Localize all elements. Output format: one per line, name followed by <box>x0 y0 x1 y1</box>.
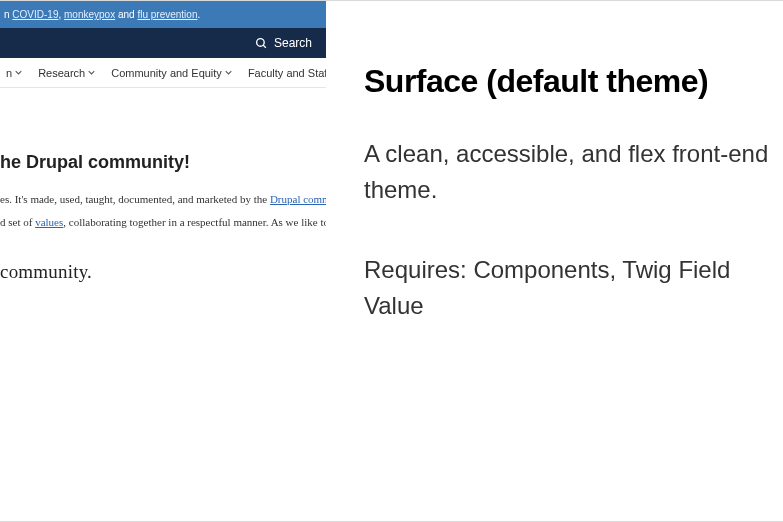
search-icon <box>255 37 268 50</box>
paragraph-2: d set of values, collaborating together … <box>0 214 320 231</box>
chevron-down-icon <box>15 69 22 76</box>
svg-point-0 <box>257 38 265 46</box>
theme-screenshot: n COVID-19, monkeypox and flu prevention… <box>0 1 326 521</box>
nav-item-0[interactable]: n <box>6 67 22 79</box>
p2-b: , collaborating together in a respectful… <box>63 216 326 228</box>
nav-label: Research <box>38 67 85 79</box>
search-label: Search <box>274 36 312 50</box>
p2-a: d set of <box>0 216 35 228</box>
nav-label: Faculty and Staff <box>248 67 326 79</box>
nested-page: n COVID-19, monkeypox and flu prevention… <box>0 1 326 521</box>
banner-link-covid[interactable]: COVID-19 <box>12 9 58 20</box>
page-body: he Drupal community! es. It's made, used… <box>0 88 326 283</box>
theme-card: n COVID-19, monkeypox and flu prevention… <box>0 0 783 522</box>
p1-a: es. It's made, used, taught, documented,… <box>0 193 270 205</box>
banner-link-flu[interactable]: flu prevention <box>137 9 197 20</box>
theme-description: A clean, accessible, and flex front-end … <box>364 136 783 208</box>
paragraph-1: es. It's made, used, taught, documented,… <box>0 191 320 208</box>
chevron-down-icon <box>225 69 232 76</box>
nav-item-community[interactable]: Community and Equity <box>111 67 232 79</box>
quote-fragment: community. <box>0 261 320 283</box>
chevron-down-icon <box>88 69 95 76</box>
banner-suffix: . <box>197 9 200 20</box>
banner-mid: and <box>115 9 137 20</box>
search-button[interactable]: Search <box>255 36 312 50</box>
primary-nav: n Research Community and Equity Faculty … <box>0 58 326 88</box>
theme-info: Surface (default theme) A clean, accessi… <box>326 1 783 521</box>
nav-item-faculty[interactable]: Faculty and Staff <box>248 67 326 79</box>
link-drupal-community[interactable]: Drupal community <box>270 193 326 205</box>
nav-item-research[interactable]: Research <box>38 67 95 79</box>
nav-label: Community and Equity <box>111 67 222 79</box>
theme-title: Surface (default theme) <box>364 63 783 100</box>
nav-label: n <box>6 67 12 79</box>
svg-line-1 <box>263 45 266 48</box>
banner-link-monkeypox[interactable]: monkeypox <box>64 9 115 20</box>
theme-requires: Requires: Components, Twig Field Value <box>364 252 783 324</box>
link-values[interactable]: values <box>35 216 63 228</box>
utility-bar: Search <box>0 28 326 58</box>
page-heading: he Drupal community! <box>0 152 320 173</box>
alert-banner: n COVID-19, monkeypox and flu prevention… <box>0 1 326 28</box>
